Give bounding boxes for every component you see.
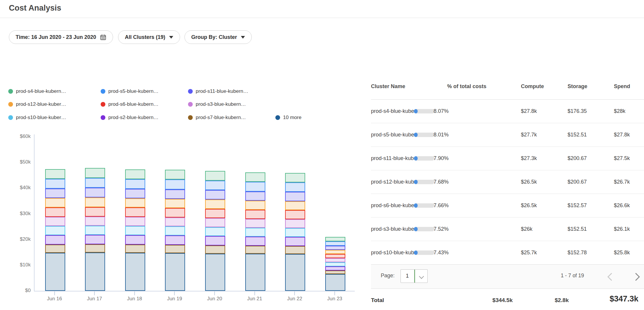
legend-item[interactable]: prod-s6-blue-kubern…	[101, 101, 158, 107]
bar-segment-prod-s11-blue-kubern[interactable]	[85, 188, 105, 197]
bar-segment-prod-s5-blue-kubern[interactable]	[85, 178, 105, 188]
bar-segment-prod-s7-blue-kubern[interactable]	[165, 245, 185, 253]
legend-item[interactable]: prod-s5-blue-kubern…	[101, 88, 158, 94]
bar-segment-prod-s12-blue-kuber[interactable]	[85, 197, 105, 207]
bar-segment-10-more[interactable]	[165, 253, 185, 291]
bar-segment-prod-s5-blue-kubern[interactable]	[125, 179, 145, 189]
bar-segment-prod-s11-blue-kubern[interactable]	[325, 246, 345, 250]
bar-segment-prod-s6-blue-kubern[interactable]	[125, 207, 145, 217]
legend-item[interactable]: prod-s11-blue-kubern…	[188, 88, 248, 94]
bar-segment-prod-s12-blue-kuber[interactable]	[325, 250, 345, 254]
bar-segment-prod-s3-blue-kubern[interactable]	[165, 217, 185, 227]
bar-segment-prod-s4-blue-kubern[interactable]	[205, 171, 225, 181]
legend-item[interactable]: prod-s4-blue-kubern…	[8, 88, 66, 94]
bar-segment-prod-s2-blue-kubern[interactable]	[85, 235, 105, 244]
bar-segment-prod-s7-blue-kubern[interactable]	[325, 271, 345, 274]
bar-segment-prod-s7-blue-kubern[interactable]	[125, 245, 145, 253]
bar-segment-prod-s12-blue-kuber[interactable]	[45, 198, 65, 207]
bar-segment-prod-s4-blue-kubern[interactable]	[245, 172, 265, 182]
bar-segment-prod-s5-blue-kubern[interactable]	[165, 179, 185, 189]
bar-segment-prod-s2-blue-kubern[interactable]	[245, 237, 265, 246]
group-by-dropdown[interactable]: Group By: Cluster	[184, 30, 252, 44]
bar-segment-10-more[interactable]	[245, 254, 265, 291]
compute-value: $26.5k	[521, 194, 537, 217]
page-number-select[interactable]: 1	[401, 269, 428, 283]
bar-segment-prod-s2-blue-kubern[interactable]	[45, 235, 65, 245]
bar-segment-prod-s10-blue-kuber[interactable]	[85, 226, 105, 235]
column-header-storage: Storage	[568, 83, 587, 90]
cluster-filter-dropdown[interactable]: All Clusters (19)	[118, 30, 180, 44]
bar-segment-prod-s6-blue-kubern[interactable]	[85, 207, 105, 217]
bar-segment-prod-s10-blue-kuber[interactable]	[45, 226, 65, 235]
bar-segment-prod-s4-blue-kubern[interactable]	[165, 170, 185, 179]
time-range-filter-button[interactable]: Time: 16 Jun 2020 - 23 Jun 2020	[9, 30, 113, 44]
bar-segment-prod-s4-blue-kubern[interactable]	[325, 237, 345, 241]
bar-segment-prod-s11-blue-kubern[interactable]	[285, 192, 305, 201]
bar-segment-prod-s12-blue-kuber[interactable]	[125, 198, 145, 207]
bar-segment-prod-s3-blue-kubern[interactable]	[205, 218, 225, 227]
bar-segment-10-more[interactable]	[125, 253, 145, 291]
bar-segment-prod-s2-blue-kubern[interactable]	[285, 237, 305, 246]
bar-segment-10-more[interactable]	[85, 253, 105, 291]
bar-segment-prod-s10-blue-kuber[interactable]	[285, 228, 305, 237]
legend-item[interactable]: prod-s7-blue-kubern…	[188, 115, 246, 121]
bar-segment-prod-s4-blue-kubern[interactable]	[85, 168, 105, 178]
bar-segment-prod-s3-blue-kubern[interactable]	[85, 217, 105, 226]
page-label: Page:	[381, 273, 395, 279]
bar-segment-prod-s2-blue-kubern[interactable]	[325, 266, 345, 271]
bar-segment-prod-s11-blue-kubern[interactable]	[45, 189, 65, 198]
bar-segment-prod-s6-blue-kubern[interactable]	[45, 207, 65, 217]
legend-item[interactable]: prod-s12-blue-kuber…	[8, 101, 66, 107]
bar-segment-prod-s6-blue-kubern[interactable]	[245, 210, 265, 219]
bar-segment-prod-s5-blue-kubern[interactable]	[205, 181, 225, 190]
bar-segment-prod-s7-blue-kubern[interactable]	[285, 246, 305, 254]
bar-segment-prod-s6-blue-kubern[interactable]	[285, 210, 305, 219]
bar-segment-10-more[interactable]	[45, 253, 65, 291]
bar-segment-prod-s11-blue-kubern[interactable]	[165, 189, 185, 199]
bar-segment-prod-s6-blue-kubern[interactable]	[205, 209, 225, 218]
bar-segment-prod-s5-blue-kubern[interactable]	[325, 241, 345, 246]
legend-item[interactable]: prod-s10-blue-kuber…	[8, 115, 66, 121]
bar-segment-prod-s2-blue-kubern[interactable]	[205, 236, 225, 245]
bar-segment-prod-s3-blue-kubern[interactable]	[125, 217, 145, 226]
bar-segment-prod-s12-blue-kuber[interactable]	[165, 199, 185, 208]
bar-segment-prod-s2-blue-kubern[interactable]	[125, 235, 145, 245]
bar-segment-prod-s12-blue-kuber[interactable]	[245, 201, 265, 210]
bar-segment-prod-s7-blue-kubern[interactable]	[85, 244, 105, 253]
bar-segment-prod-s4-blue-kubern[interactable]	[285, 173, 305, 182]
bar-segment-prod-s2-blue-kubern[interactable]	[165, 235, 185, 245]
bar-segment-10-more[interactable]	[205, 254, 225, 291]
bar-segment-prod-s12-blue-kuber[interactable]	[205, 199, 225, 209]
bar-segment-prod-s6-blue-kubern[interactable]	[325, 254, 345, 258]
bar-segment-prod-s3-blue-kubern[interactable]	[285, 219, 305, 228]
bar-segment-prod-s5-blue-kubern[interactable]	[285, 182, 305, 192]
legend-item[interactable]: 10 more	[275, 115, 301, 121]
bar-segment-prod-s4-blue-kubern[interactable]	[45, 169, 65, 179]
bar-segment-prod-s3-blue-kubern[interactable]	[325, 258, 345, 262]
bar-segment-prod-s10-blue-kuber[interactable]	[165, 226, 185, 235]
chevron-down-icon	[169, 36, 173, 39]
bar-segment-prod-s5-blue-kubern[interactable]	[245, 182, 265, 191]
bar-segment-prod-s10-blue-kuber[interactable]	[205, 227, 225, 236]
bar-segment-prod-s4-blue-kubern[interactable]	[125, 169, 145, 179]
bar-segment-prod-s7-blue-kubern[interactable]	[45, 245, 65, 253]
bar-segment-10-more[interactable]	[285, 254, 305, 291]
bar-segment-prod-s11-blue-kubern[interactable]	[125, 189, 145, 198]
bar-segment-prod-s6-blue-kubern[interactable]	[165, 208, 185, 217]
bar-segment-prod-s12-blue-kuber[interactable]	[285, 201, 305, 210]
bar-segment-prod-s10-blue-kuber[interactable]	[245, 228, 265, 237]
bar-segment-prod-s3-blue-kubern[interactable]	[45, 217, 65, 226]
bar-segment-prod-s11-blue-kubern[interactable]	[245, 192, 265, 201]
bar-segment-prod-s10-blue-kuber[interactable]	[125, 226, 145, 235]
legend-item[interactable]: prod-s2-blue-kubern…	[101, 115, 158, 121]
next-page-button[interactable]	[633, 274, 639, 281]
legend-item[interactable]: prod-s3-blue-kubern…	[188, 101, 246, 107]
bar-segment-prod-s11-blue-kubern[interactable]	[205, 190, 225, 199]
bar-segment-prod-s3-blue-kubern[interactable]	[245, 219, 265, 228]
previous-page-button[interactable]	[609, 274, 614, 281]
bar-segment-prod-s7-blue-kubern[interactable]	[245, 246, 265, 254]
bar-segment-prod-s5-blue-kubern[interactable]	[45, 179, 65, 189]
bar-segment-prod-s10-blue-kuber[interactable]	[325, 262, 345, 266]
bar-segment-10-more[interactable]	[325, 274, 345, 291]
bar-segment-prod-s7-blue-kubern[interactable]	[205, 245, 225, 254]
